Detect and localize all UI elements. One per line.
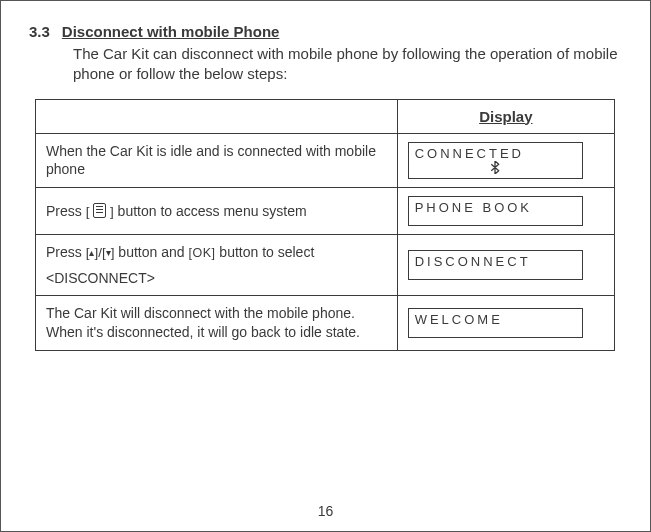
instruction-cell: When the Car Kit is idle and is connecte… xyxy=(36,133,398,188)
lcd-text: PHONE BOOK xyxy=(415,200,532,215)
table-row: The Car Kit will disconnect with the mob… xyxy=(36,296,615,351)
display-cell: WELCOME xyxy=(397,296,614,351)
lcd-text: DISCONNECT xyxy=(415,254,531,269)
text-part: Press xyxy=(46,203,86,219)
instruction-cell: Press [▴]/[▾] button and [OK] button to … xyxy=(36,235,398,296)
up-arrow-icon: ▴ xyxy=(89,247,94,258)
text-part: button to access menu system xyxy=(114,203,307,219)
down-arrow-icon: ▾ xyxy=(106,247,111,258)
bluetooth-icon xyxy=(415,161,576,176)
lcd-display: PHONE BOOK xyxy=(408,196,583,226)
table-header-row: Display xyxy=(36,99,615,133)
steps-table: Display When the Car Kit is idle and is … xyxy=(35,99,615,352)
text-part: button and xyxy=(114,244,188,260)
menu-icon xyxy=(93,203,106,218)
bracket-close: ] xyxy=(106,204,114,219)
table-row: When the Car Kit is idle and is connecte… xyxy=(36,133,615,188)
lcd-text: WELCOME xyxy=(415,312,503,327)
updown-key: [▴]/[▾] xyxy=(86,245,115,260)
text-line2: <DISCONNECT> xyxy=(46,269,387,288)
ok-key: [OK] xyxy=(188,246,215,260)
section-intro: The Car Kit can disconnect with mobile p… xyxy=(73,44,622,85)
text-part: button to select xyxy=(215,244,314,260)
text-part: Press xyxy=(46,244,86,260)
instruction-cell: The Car Kit will disconnect with the mob… xyxy=(36,296,398,351)
section-number: 3.3 xyxy=(29,23,50,40)
section-title: Disconnect with mobile Phone xyxy=(62,23,280,40)
table-row: Press [ ] button to access menu system P… xyxy=(36,188,615,235)
page-number: 16 xyxy=(1,503,650,519)
display-cell: PHONE BOOK xyxy=(397,188,614,235)
section-heading: 3.3 Disconnect with mobile Phone xyxy=(29,23,622,40)
empty-header xyxy=(36,99,398,133)
display-cell: CONNECTED xyxy=(397,133,614,188)
instruction-cell: Press [ ] button to access menu system xyxy=(36,188,398,235)
table-row: Press [▴]/[▾] button and [OK] button to … xyxy=(36,235,615,296)
lcd-display: DISCONNECT xyxy=(408,250,583,280)
lcd-text: CONNECTED xyxy=(415,146,524,161)
display-header: Display xyxy=(397,99,614,133)
lcd-display: WELCOME xyxy=(408,308,583,338)
page-frame: 3.3 Disconnect with mobile Phone The Car… xyxy=(0,0,651,532)
bracket-open: [ xyxy=(86,204,94,219)
display-cell: DISCONNECT xyxy=(397,235,614,296)
lcd-display: CONNECTED xyxy=(408,142,583,180)
